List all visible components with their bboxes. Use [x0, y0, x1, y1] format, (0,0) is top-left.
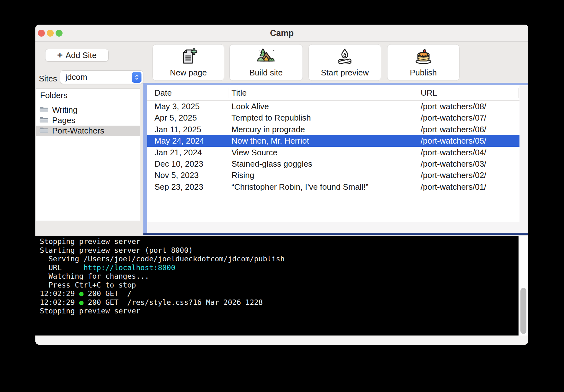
add-site-button[interactable]: + Add Site [45, 49, 109, 62]
folder-label: Port-Watchers [52, 126, 104, 136]
folder-icon [39, 116, 48, 125]
add-site-label: Add Site [66, 50, 97, 60]
start-preview-icon [335, 47, 354, 67]
toolbar-button-label: Start preview [321, 68, 369, 78]
folders-header: Folders [36, 89, 140, 102]
terminal-text: 12:02:29 [40, 289, 79, 298]
table-row[interactable]: Jan 21, 2024View Source/port-watchers/04… [147, 147, 519, 158]
cell-title: Rising [231, 169, 254, 181]
build-site-icon [257, 47, 276, 67]
desktop-background: Camp + Add Site Sites jdcom New pageBuil… [0, 0, 564, 392]
cell-url: /port-watchers/02/ [421, 169, 486, 181]
table-row[interactable]: May 24, 2024Now then, Mr. Herriot/port-w… [147, 135, 519, 146]
cell-title: Mercury in prograde [231, 124, 305, 135]
site-selector-value: jdcom [65, 72, 87, 82]
posts-table-rows: May 3, 2025Look Alive/port-watchers/08/A… [147, 101, 519, 193]
terminal-text: Stopping preview server [40, 307, 141, 315]
terminal-text: 200 GET /res/style.css?16-Mar-2026-1228 [83, 298, 263, 306]
posts-table: Date Title URL May 3, 2025Look Alive/por… [147, 85, 519, 222]
cell-title: Now then, Mr. Herriot [231, 135, 309, 146]
folder-label: Writing [52, 105, 77, 115]
terminal-text: Serving /Users/joel/code/joeldueckdotcom… [40, 255, 285, 263]
folder-icon [39, 126, 48, 136]
column-divider[interactable] [419, 88, 419, 98]
publish-icon [414, 47, 433, 67]
table-row[interactable]: Jan 11, 2025Mercury in prograde/port-wat… [147, 124, 519, 135]
column-header-title[interactable]: Title [231, 85, 247, 101]
terminal-log-text: Stopping preview server Starting preview… [35, 236, 528, 316]
sites-label: Sites [39, 74, 57, 83]
toolbar-button-build-site[interactable]: Build site [229, 44, 303, 81]
cell-title: Look Alive [231, 101, 269, 112]
table-row[interactable]: Nov 5, 2023Rising/port-watchers/02/ [147, 169, 519, 181]
terminal-text: Stopping preview server [40, 237, 141, 246]
chevron-up-down-icon [132, 72, 141, 83]
cell-date: Jan 11, 2025 [154, 124, 201, 135]
folder-icon [39, 105, 48, 115]
cell-date: Dec 10, 2023 [154, 158, 203, 169]
cell-url: /port-watchers/05/ [421, 135, 486, 146]
new-page-icon [179, 47, 198, 67]
column-divider[interactable] [519, 88, 519, 98]
site-selector[interactable]: jdcom [60, 70, 143, 84]
terminal-url-link[interactable]: http://localhost:8000 [83, 264, 175, 272]
toolbar-button-label: New page [170, 68, 207, 78]
cell-date: Nov 5, 2023 [154, 169, 199, 181]
terminal-text: 12:02:29 [40, 298, 79, 306]
window-title: Camp [35, 25, 528, 42]
cell-date: Sep 23, 2023 [154, 181, 203, 193]
table-row[interactable]: Sep 23, 2023“Christopher Robin, I’ve fou… [147, 181, 519, 193]
terminal-text: Press Ctrl+C to stop [40, 281, 136, 289]
toolbar-button-new-page[interactable]: New page [153, 44, 224, 81]
column-divider[interactable] [229, 88, 229, 98]
terminal-text: 200 GET / [83, 289, 131, 298]
cell-url: /port-watchers/08/ [421, 101, 486, 112]
cell-url: /port-watchers/03/ [421, 158, 486, 169]
table-row[interactable]: Apr 5, 2025Tempted to Republish/port-wat… [147, 112, 519, 123]
folder-label: Pages [52, 116, 75, 125]
status-ok-dot-icon: ● [79, 298, 84, 306]
app-window: Camp + Add Site Sites jdcom New pageBuil… [35, 25, 528, 345]
window-bottom-strip [35, 336, 528, 345]
cell-date: Apr 5, 2025 [154, 112, 197, 123]
posts-table-header: Date Title URL [147, 85, 519, 101]
folders-panel: Folders WritingPagesPort-Watchers [36, 88, 140, 221]
terminal-text: URL [40, 264, 83, 272]
cell-url: /port-watchers/06/ [421, 124, 486, 135]
sidebar-item-port-watchers[interactable]: Port-Watchers [36, 126, 140, 136]
toolbar-button-start-preview[interactable]: Start preview [309, 44, 381, 81]
cell-url: /port-watchers/01/ [421, 181, 486, 193]
toolbar-button-publish[interactable]: Publish [387, 44, 459, 81]
cell-date: Jan 21, 2024 [154, 147, 202, 158]
terminal-text: Starting preview server (port 8000) [40, 246, 193, 254]
terminal-text: Watching for changes... [40, 272, 149, 280]
toolbar-button-label: Build site [249, 68, 283, 78]
column-header-date[interactable]: Date [154, 85, 172, 101]
plus-icon: + [57, 50, 63, 60]
titlebar: Camp [35, 25, 528, 42]
cell-title: Tempted to Republish [231, 112, 311, 123]
column-header-url[interactable]: URL [421, 85, 437, 101]
table-row[interactable]: Dec 10, 2023Stained-glass goggles/port-w… [147, 158, 519, 169]
cell-url: /port-watchers/07/ [421, 112, 486, 123]
sidebar-item-writing[interactable]: Writing [36, 105, 140, 115]
sidebar-item-pages[interactable]: Pages [36, 115, 140, 126]
status-ok-dot-icon: ● [79, 289, 84, 298]
terminal-scrollbar-track[interactable] [519, 236, 528, 336]
terminal-scrollbar-thumb[interactable] [520, 288, 526, 334]
cell-title: Stained-glass goggles [231, 158, 312, 169]
cell-title: View Source [231, 147, 278, 158]
toolbar-button-label: Publish [410, 68, 437, 78]
posts-table-focus-ring: Date Title URL May 3, 2025Look Alive/por… [143, 83, 528, 235]
folders-list: WritingPagesPort-Watchers [36, 102, 140, 136]
table-row[interactable]: May 3, 2025Look Alive/port-watchers/08/ [147, 101, 519, 112]
cell-date: May 24, 2024 [154, 135, 204, 146]
terminal-output-panel: Stopping preview server Starting preview… [35, 236, 528, 336]
cell-title: “Christopher Robin, I’ve found Small!” [231, 181, 369, 193]
cell-date: May 3, 2025 [154, 101, 200, 112]
cell-url: /port-watchers/04/ [421, 147, 486, 158]
